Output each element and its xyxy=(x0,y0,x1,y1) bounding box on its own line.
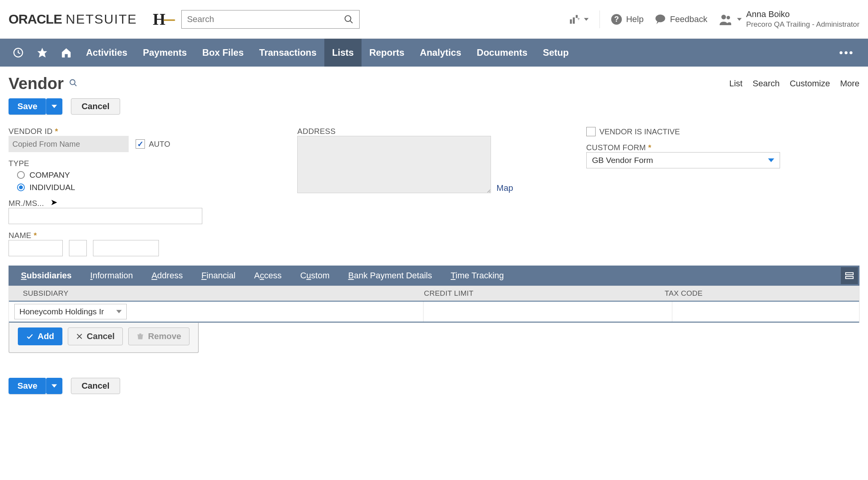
svg-marker-27 xyxy=(52,384,57,387)
company-logo: H xyxy=(146,8,173,31)
vendor-id-label: VENDOR ID* xyxy=(9,127,282,136)
chevron-down-icon xyxy=(116,309,122,314)
auto-checkbox[interactable]: AUTO xyxy=(136,139,170,149)
page-title: Vendor xyxy=(9,74,64,93)
cancel-button[interactable]: Cancel xyxy=(71,98,120,115)
svg-rect-25 xyxy=(139,334,141,335)
search-icon xyxy=(69,79,78,87)
inactive-checkbox[interactable]: VENDOR IS INACTIVE xyxy=(586,127,859,136)
page-header: Vendor List Search Customize More xyxy=(9,74,859,93)
global-search[interactable] xyxy=(181,10,360,29)
user-role: Precoro QA Trailing - Administrator xyxy=(746,20,860,29)
subtab-access[interactable]: Access xyxy=(245,266,291,286)
create-new-button[interactable]: + xyxy=(568,14,589,25)
history-icon xyxy=(12,47,24,58)
subtab-custom[interactable]: Custom xyxy=(291,266,339,286)
nav-setup[interactable]: Setup xyxy=(535,39,577,67)
recent-records-button[interactable] xyxy=(6,39,30,67)
nav-box-files[interactable]: Box Files xyxy=(195,39,251,67)
required-star: * xyxy=(34,231,37,240)
sublist-row: Honeycomb Holdings Ir xyxy=(9,301,859,322)
subtab-time-tracking[interactable]: Time Tracking xyxy=(441,266,513,286)
sublist-add-button[interactable]: Add xyxy=(18,327,62,345)
check-icon xyxy=(26,333,34,340)
map-link[interactable]: Map xyxy=(496,183,513,193)
radio-icon xyxy=(17,183,25,191)
save-dropdown-button[interactable] xyxy=(46,98,62,115)
help-icon: ? xyxy=(611,14,622,25)
chevron-down-icon xyxy=(584,17,589,22)
home-button[interactable] xyxy=(54,39,78,67)
subtab-financial[interactable]: Financial xyxy=(192,266,245,286)
middle-name-input[interactable] xyxy=(69,240,87,256)
subtab-address[interactable]: Address xyxy=(142,266,192,286)
save-button-bottom[interactable]: Save xyxy=(9,378,46,394)
custom-form-select[interactable]: GB Vendor Form xyxy=(586,152,780,168)
svg-rect-3 xyxy=(573,17,575,24)
radio-individual[interactable]: INDIVIDUAL xyxy=(17,183,282,192)
col-subsidiary: SUBSIDIARY xyxy=(23,289,424,298)
save-dropdown-button-bottom[interactable] xyxy=(46,378,62,394)
vendor-id-input[interactable] xyxy=(9,136,129,152)
svg-marker-18 xyxy=(52,105,57,108)
shortcuts-button[interactable] xyxy=(30,39,54,67)
trash-icon xyxy=(136,333,144,340)
action-search[interactable]: Search xyxy=(753,79,780,89)
cell-subsidiary[interactable]: Honeycomb Holdings Ir xyxy=(9,302,424,322)
subtabs-view-toggle[interactable] xyxy=(841,267,858,284)
sublist-cancel-button[interactable]: Cancel xyxy=(68,327,123,345)
salutation-label: MR./MS... xyxy=(9,199,282,208)
feedback-button[interactable]: Feedback xyxy=(654,14,708,25)
nav-reports[interactable]: Reports xyxy=(362,39,412,67)
netsuite-logo: ORACLE NETSUITE xyxy=(9,12,137,27)
svg-marker-15 xyxy=(38,48,47,58)
nav-transactions[interactable]: Transactions xyxy=(251,39,324,67)
cell-credit-limit[interactable] xyxy=(424,302,672,322)
address-textarea[interactable] xyxy=(297,136,491,193)
subtabs: Subsidiaries Information Address Financi… xyxy=(9,266,859,286)
action-more[interactable]: More xyxy=(840,79,859,89)
plus-chart-icon: + xyxy=(568,14,580,25)
radio-company[interactable]: COMPANY xyxy=(17,170,282,180)
svg-point-11 xyxy=(721,15,726,19)
help-button[interactable]: ? Help xyxy=(611,14,644,25)
nav-overflow[interactable]: ••• xyxy=(832,46,862,59)
page-actions: List Search Customize More xyxy=(729,79,859,89)
first-name-input[interactable] xyxy=(9,240,63,256)
subtab-subsidiaries[interactable]: Subsidiaries xyxy=(12,266,81,286)
topbar: ORACLE NETSUITE H + ? Help Feedback Anna… xyxy=(0,0,868,39)
logo-netsuite: NETSUITE xyxy=(66,12,137,27)
topbar-right: + ? Help Feedback Anna Boiko Precoro QA … xyxy=(568,9,859,29)
speech-bubble-icon xyxy=(654,14,666,25)
save-button[interactable]: Save xyxy=(9,98,46,115)
divider xyxy=(599,10,600,28)
action-list[interactable]: List xyxy=(729,79,742,89)
subtab-information[interactable]: Information xyxy=(81,266,142,286)
chevron-down-icon xyxy=(737,17,742,22)
checkbox-icon xyxy=(586,127,596,136)
svg-text:+: + xyxy=(577,16,580,21)
svg-rect-2 xyxy=(570,19,572,24)
search-input[interactable] xyxy=(187,14,344,24)
nav-activities[interactable]: Activities xyxy=(78,39,135,67)
cancel-button-bottom[interactable]: Cancel xyxy=(71,378,120,394)
svg-text:?: ? xyxy=(614,15,619,23)
sublist-header-row: SUBSIDIARY CREDIT LIMIT TAX CODE xyxy=(9,286,859,301)
nav-analytics[interactable]: Analytics xyxy=(412,39,469,67)
action-customize[interactable]: Customize xyxy=(790,79,830,89)
cell-tax-code[interactable] xyxy=(672,302,859,322)
checkbox-icon xyxy=(136,139,145,149)
nav-documents[interactable]: Documents xyxy=(469,39,535,67)
nav-lists[interactable]: Lists xyxy=(324,39,362,67)
user-menu[interactable]: Anna Boiko Precoro QA Trailing - Adminis… xyxy=(718,9,860,29)
subtab-bank-payment-details[interactable]: Bank Payment Details xyxy=(339,266,441,286)
page-title-search-button[interactable] xyxy=(69,79,78,89)
save-button-group-bottom: Save xyxy=(9,378,62,394)
custom-form-label: CUSTOM FORM* xyxy=(586,143,859,152)
salutation-input[interactable] xyxy=(9,208,202,224)
nav-payments[interactable]: Payments xyxy=(135,39,195,67)
required-star: * xyxy=(55,127,58,136)
col-tax-code: TAX CODE xyxy=(665,289,845,298)
subsidiary-select[interactable]: Honeycomb Holdings Ir xyxy=(14,304,127,319)
last-name-input[interactable] xyxy=(93,240,159,256)
